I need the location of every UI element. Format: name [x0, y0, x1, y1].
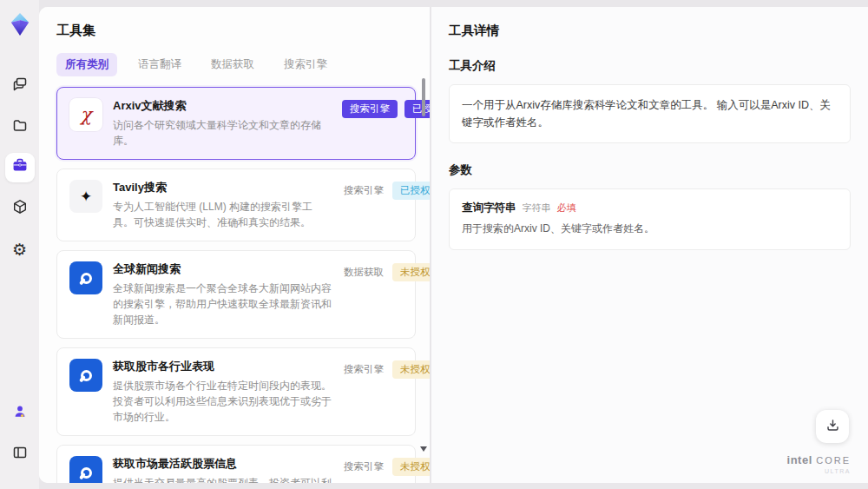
sidebar-item-tools[interactable]: [5, 153, 35, 182]
download-icon: [825, 418, 840, 436]
tool-description: 提供股票市场各个行业在特定时间段内的表现。投资者可以利用这些信息来识别表现优于或…: [113, 378, 332, 425]
tool-auth-badge: 未授权: [392, 458, 431, 476]
parameter-card: 查询字符串 字符串 必填 用于搜索的Arxiv ID、关键字或作者姓名。: [449, 188, 851, 250]
sidebar-item-chat[interactable]: [5, 71, 35, 101]
tool-category-badge: 搜索引擎: [342, 100, 398, 118]
tool-auth-badge: 已授权: [392, 182, 431, 200]
sidebar-item-account[interactable]: [5, 399, 35, 428]
app-logo-icon[interactable]: [8, 12, 32, 36]
tool-category-badge: 搜索引擎: [342, 458, 385, 476]
tool-title: Arxiv文献搜索: [113, 98, 332, 114]
tool-card[interactable]: χ Arxiv文献搜索 访问各个研究领域大量科学论文和文章的存储库。 搜索引擎 …: [56, 87, 416, 160]
tool-card[interactable]: 获取市场最活跃股票信息 提供当天交易量最高的股票列表，投资者可以利用这些信息来识…: [56, 445, 416, 483]
tool-description: 提供当天交易量最高的股票列表，投资者可以利用这些信息来识别流动性强的股票和潜在的…: [113, 475, 332, 483]
tool-title: 获取股市各行业表现: [113, 359, 332, 374]
user-icon: [12, 404, 28, 423]
scrollbar-thumb[interactable]: [422, 78, 425, 116]
category-tab[interactable]: 语言翻译: [129, 53, 190, 76]
tool-card[interactable]: 全球新闻搜索 全球新闻搜索是一个聚合全球各大新闻网站内容的搜索引擎，帮助用户快速…: [56, 250, 416, 339]
blue-search-icon: [69, 456, 102, 483]
main-content: 工具集 所有类别 语言翻译 数据获取 搜索引擎 χ Arxiv文献搜索 访问各个…: [39, 7, 868, 483]
tool-title: 全球新闻搜索: [113, 261, 332, 277]
sidebar-item-collapse[interactable]: [5, 439, 35, 469]
category-tab[interactable]: 搜索引擎: [275, 53, 336, 76]
blue-search-icon: [69, 261, 102, 294]
tool-card[interactable]: ✦ Tavily搜索 专为人工智能代理 (LLM) 构建的搜索引擎工具。可快速提…: [56, 169, 416, 241]
tool-description: 专为人工智能代理 (LLM) 构建的搜索引擎工具。可快速提供实时、准确和真实的结…: [113, 199, 332, 230]
parameter-description: 用于搜索的Arxiv ID、关键字或作者姓名。: [462, 221, 838, 236]
sidebar: ⚙: [0, 0, 39, 489]
sidebar-item-packages[interactable]: [5, 194, 35, 223]
tool-title: 获取市场最活跃股票信息: [113, 456, 332, 472]
parameter-required-badge: 必填: [557, 202, 576, 215]
tool-description: 全球新闻搜索是一个聚合全球各大新闻网站内容的搜索引擎，帮助用户快速获取全球最新资…: [113, 281, 332, 327]
chat-icon: [12, 76, 28, 96]
tool-description: 访问各个研究领域大量科学论文和文章的存储库。: [113, 117, 332, 149]
blue-search-icon: [69, 359, 102, 392]
intro-box: 一个用于从Arxiv存储库搜索科学论文和文章的工具。 输入可以是Arxiv ID…: [449, 84, 851, 143]
tools-panel: 工具集 所有类别 语言翻译 数据获取 搜索引擎 χ Arxiv文献搜索 访问各个…: [39, 7, 431, 483]
tool-auth-badge: 未授权: [392, 360, 431, 379]
tool-category-badge: 搜索引擎: [342, 360, 385, 379]
package-icon: [12, 199, 28, 218]
parameter-name: 查询字符串: [462, 201, 516, 215]
details-title: 工具详情: [449, 23, 851, 39]
parameter-type: 字符串: [523, 202, 551, 215]
tool-list: χ Arxiv文献搜索 访问各个研究领域大量科学论文和文章的存储库。 搜索引擎 …: [56, 87, 416, 483]
toolbox-icon: [11, 157, 29, 178]
sidebar-item-files[interactable]: [5, 112, 35, 142]
settings-icon: ⚙: [12, 241, 27, 258]
tool-category-badge: 搜索引擎: [342, 182, 385, 200]
tavily-star-icon: ✦: [69, 180, 102, 213]
category-tabs: 所有类别 语言翻译 数据获取 搜索引擎: [56, 53, 416, 76]
intro-heading: 工具介绍: [449, 58, 851, 74]
intro-text: 一个用于从Arxiv存储库搜索科学论文和文章的工具。 输入可以是Arxiv ID…: [462, 96, 838, 131]
app-window: ⚙ 工具集 所有类别: [0, 0, 868, 489]
panel-toggle-icon: [12, 445, 28, 464]
arxiv-icon: χ: [69, 98, 102, 131]
tool-auth-badge: 已授权: [404, 100, 431, 118]
folder-icon: [12, 117, 28, 136]
scrollbar-down-arrow[interactable]: [420, 446, 427, 452]
tool-details-panel: 工具详情 工具介绍 一个用于从Arxiv存储库搜索科学论文和文章的工具。 输入可…: [431, 7, 868, 483]
download-button[interactable]: [816, 410, 849, 443]
tool-card[interactable]: 获取股市各行业表现 提供股票市场各个行业在特定时间段内的表现。投资者可以利用这些…: [56, 347, 416, 436]
category-tab[interactable]: 所有类别: [56, 53, 117, 76]
params-heading: 参数: [449, 162, 851, 178]
tools-title: 工具集: [56, 23, 416, 39]
tool-auth-badge: 未授权: [392, 263, 431, 281]
sidebar-item-settings[interactable]: ⚙: [5, 235, 35, 264]
category-tab[interactable]: 数据获取: [202, 53, 263, 76]
intel-core-logo: intel CORE ULTRA: [787, 453, 851, 474]
tool-title: Tavily搜索: [113, 180, 332, 195]
tool-category-badge: 数据获取: [342, 263, 385, 281]
